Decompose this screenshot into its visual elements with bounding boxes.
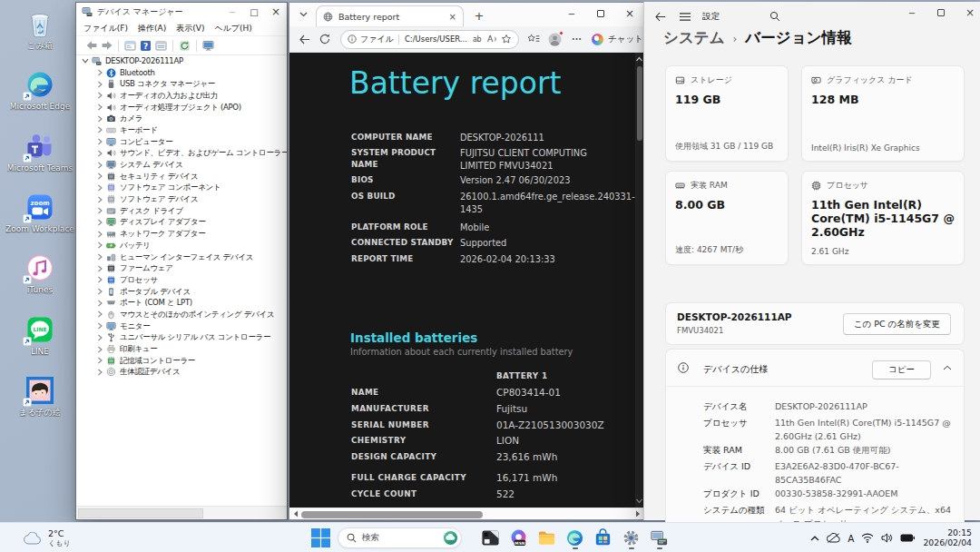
tree-item[interactable]: Bluetooth [76, 67, 287, 79]
chevron-collapsed-icon[interactable] [96, 81, 103, 88]
chevron-collapsed-icon[interactable] [96, 69, 103, 76]
device-manager-horizontal-scrollbar[interactable] [76, 506, 287, 519]
device-manager-minimize-button[interactable]: − [221, 4, 243, 20]
properties-icon[interactable] [153, 38, 169, 53]
tree-item[interactable]: ソフトウェア コンポーネント [76, 182, 287, 194]
taskbar-clock[interactable]: 20:15 2026/02/04 [923, 528, 972, 547]
chevron-collapsed-icon[interactable] [96, 346, 103, 353]
scroll-right-icon[interactable] [632, 510, 643, 518]
chevron-expanded-icon[interactable] [82, 57, 89, 64]
scroll-left-icon[interactable] [289, 510, 301, 518]
tree-item[interactable]: プロセッサ [76, 274, 287, 286]
settings-maximize-button[interactable] [927, 2, 955, 24]
console-window-icon[interactable] [122, 38, 138, 53]
tree-item[interactable]: バッテリ [76, 240, 287, 251]
rename-pc-button[interactable]: この PC の名前を変更 [843, 313, 951, 335]
weather-widget[interactable]: 2°C くもり [18, 526, 76, 550]
address-bar[interactable]: ファイル C:/Users/USER... ab A [340, 30, 519, 49]
tree-item[interactable]: ヒューマン インターフェイス デバイス [76, 251, 287, 263]
breadcrumb-system[interactable]: システム [663, 28, 725, 48]
settings-search-icon[interactable] [765, 6, 785, 26]
device-spec-header[interactable]: デバイスの仕様 コピー [666, 350, 964, 386]
favorites-list-icon[interactable] [525, 32, 541, 47]
chevron-collapsed-icon[interactable] [96, 300, 103, 307]
back-icon[interactable] [298, 32, 310, 46]
page-horizontal-scrollbar[interactable] [289, 508, 643, 519]
settings-close-button[interactable]: × [956, 2, 980, 24]
desktop-icon-itunes[interactable]: iTunes [5, 252, 74, 294]
chevron-collapsed-icon[interactable] [96, 322, 103, 330]
spec-card-storage[interactable]: ストレージ119 GB使用領域 31 GB / 119 GB [665, 65, 789, 162]
tree-item[interactable]: ソフトウェア デバイス [76, 193, 287, 205]
collapse-chevron-icon[interactable] [943, 365, 952, 370]
forward-icon[interactable] [99, 38, 114, 53]
tree-item[interactable]: USB コネクタ マネージャー [76, 78, 287, 90]
tree-item[interactable]: ポータブル デバイス [76, 286, 287, 298]
chevron-collapsed-icon[interactable] [96, 162, 103, 169]
battery-tray-icon[interactable] [900, 534, 915, 542]
chevron-collapsed-icon[interactable] [96, 138, 103, 145]
chevron-collapsed-icon[interactable] [96, 207, 103, 214]
spec-card-gpu[interactable]: グラフィックス カード128 MBIntel(R) Iris(R) Xe Gra… [801, 65, 965, 162]
ime-indicator[interactable]: A [848, 533, 854, 544]
chevron-collapsed-icon[interactable] [96, 219, 103, 226]
desktop-icon-line[interactable]: LINELINE [5, 314, 74, 356]
taskbar-file-explorer[interactable] [533, 526, 561, 550]
chevron-collapsed-icon[interactable] [96, 184, 103, 192]
scan-hardware-icon[interactable] [201, 38, 216, 53]
page-vertical-scrollbar[interactable] [635, 53, 643, 508]
chevron-collapsed-icon[interactable] [96, 288, 103, 295]
desktop-icon-edge[interactable]: Microsoft Edge [5, 69, 74, 111]
tree-item[interactable]: 生体認証デバイス [76, 367, 287, 379]
taskbar-edge[interactable] [561, 526, 589, 550]
taskbar-device-manager[interactable] [645, 526, 673, 550]
copilot-chat-button[interactable]: チャット [592, 34, 643, 45]
help-icon[interactable]: ? [138, 38, 153, 53]
refresh-icon[interactable] [318, 32, 331, 46]
chevron-collapsed-icon[interactable] [96, 357, 103, 364]
tree-root-node[interactable]: DESKTOP-2026111AP [76, 55, 287, 67]
chevron-collapsed-icon[interactable] [96, 150, 103, 157]
tree-item[interactable]: ディスク ドライブ [76, 205, 287, 217]
tree-item[interactable]: 記憶域コントローラー [76, 355, 287, 367]
settings-menu-icon[interactable] [675, 6, 695, 26]
chevron-collapsed-icon[interactable] [96, 242, 103, 249]
tree-item[interactable]: モニター [76, 320, 287, 332]
tab-search-chevron-icon[interactable] [295, 7, 311, 22]
copy-button[interactable]: コピー [872, 360, 931, 380]
new-tab-button[interactable]: + [471, 7, 487, 24]
menu-item[interactable]: 表示(V) [176, 23, 204, 34]
desktop-icon-zoom[interactable]: zoomZoom Workplace [5, 192, 74, 233]
tree-item[interactable]: オーディオの入力および出力 [76, 90, 287, 102]
tree-item[interactable]: マウスとそのほかのポインティング デバイス [76, 309, 287, 320]
taskbar-store[interactable] [589, 526, 617, 550]
chevron-collapsed-icon[interactable] [96, 310, 103, 318]
taskbar-settings[interactable] [617, 526, 645, 550]
chevron-collapsed-icon[interactable] [96, 369, 103, 376]
taskbar-dark-app[interactable] [476, 526, 505, 550]
chevron-collapsed-icon[interactable] [96, 126, 103, 133]
spec-card-cpu-chip[interactable]: プロセッサ11th Gen Intel(R) Core(TM) i5-1145G… [801, 171, 965, 265]
msn-weather-icon[interactable] [443, 530, 458, 546]
translate-icon[interactable]: ab [471, 34, 483, 45]
chevron-collapsed-icon[interactable] [96, 265, 103, 272]
chevron-collapsed-icon[interactable] [96, 334, 103, 341]
menu-item[interactable]: 操作(A) [138, 23, 166, 34]
menu-item[interactable]: ヘルプ(H) [214, 23, 251, 34]
scrollbar-thumb[interactable] [637, 66, 642, 141]
start-button[interactable] [309, 526, 333, 550]
read-aloud-icon[interactable]: A [485, 34, 497, 45]
tree-item[interactable]: オーディオ処理オブジェクト (APO) [76, 102, 287, 113]
tree-item[interactable]: セキュリティ デバイス [76, 171, 287, 182]
device-manager-close-button[interactable]: × [265, 4, 287, 20]
favorite-star-icon[interactable] [500, 34, 512, 45]
chevron-collapsed-icon[interactable] [96, 196, 103, 203]
chevron-collapsed-icon[interactable] [96, 253, 103, 261]
volume-icon[interactable] [881, 533, 893, 543]
chevron-collapsed-icon[interactable] [96, 115, 103, 123]
desktop-icon-recycle-bin[interactable]: ごみ箱 [5, 8, 74, 50]
tree-item[interactable]: 印刷キュー [76, 343, 287, 355]
tree-item[interactable]: サウンド、ビデオ、およびゲーム コントローラー [76, 148, 287, 160]
tab-close-icon[interactable]: × [449, 12, 456, 22]
taskbar-search-box[interactable]: 検索 [338, 527, 462, 548]
